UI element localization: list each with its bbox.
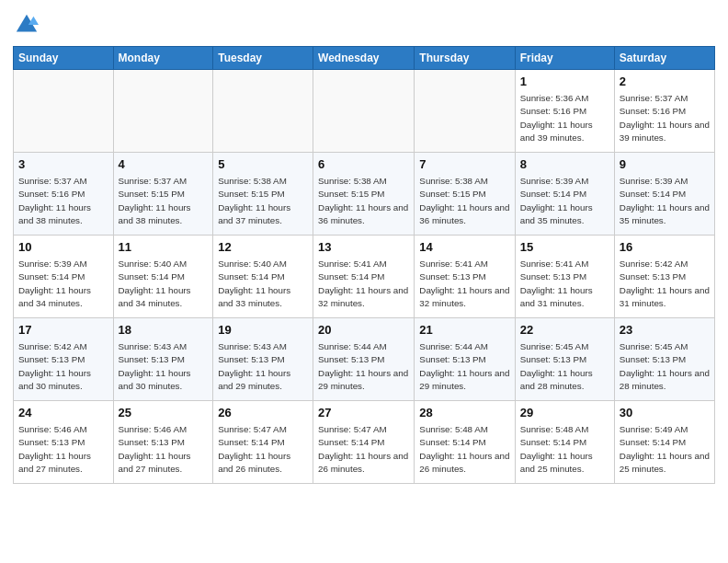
calendar-week-row: 3Sunrise: 5:37 AM Sunset: 5:16 PM Daylig… [14, 153, 715, 236]
calendar-cell: 11Sunrise: 5:40 AM Sunset: 5:14 PM Dayli… [113, 236, 213, 318]
calendar-cell: 2Sunrise: 5:37 AM Sunset: 5:16 PM Daylig… [614, 70, 714, 153]
day-info: Sunrise: 5:38 AM Sunset: 5:15 PM Dayligh… [318, 175, 409, 227]
logo [13, 13, 39, 40]
calendar-cell: 25Sunrise: 5:46 AM Sunset: 5:13 PM Dayli… [113, 401, 213, 484]
calendar-cell: 16Sunrise: 5:42 AM Sunset: 5:13 PM Dayli… [614, 236, 714, 318]
weekday-header-thursday: Thursday [415, 47, 515, 70]
day-number: 1 [520, 74, 609, 90]
calendar-cell: 14Sunrise: 5:41 AM Sunset: 5:13 PM Dayli… [415, 236, 515, 318]
calendar-cell: 4Sunrise: 5:37 AM Sunset: 5:15 PM Daylig… [113, 153, 213, 236]
day-info: Sunrise: 5:37 AM Sunset: 5:15 PM Dayligh… [119, 175, 209, 227]
calendar-cell: 24Sunrise: 5:46 AM Sunset: 5:13 PM Dayli… [14, 401, 114, 484]
calendar-cell: 7Sunrise: 5:38 AM Sunset: 5:15 PM Daylig… [415, 153, 515, 236]
day-number: 14 [419, 239, 509, 256]
day-number: 15 [520, 239, 609, 256]
day-number: 29 [520, 405, 609, 421]
calendar-cell: 28Sunrise: 5:48 AM Sunset: 5:14 PM Dayli… [415, 401, 515, 484]
day-info: Sunrise: 5:48 AM Sunset: 5:14 PM Dayligh… [419, 423, 509, 476]
weekday-header-sunday: Sunday [14, 47, 114, 70]
calendar-cell: 6Sunrise: 5:38 AM Sunset: 5:15 PM Daylig… [313, 153, 415, 236]
calendar-cell [415, 70, 515, 153]
day-info: Sunrise: 5:39 AM Sunset: 5:14 PM Dayligh… [18, 258, 108, 310]
day-number: 25 [119, 405, 209, 421]
day-number: 2 [620, 74, 710, 90]
day-info: Sunrise: 5:47 AM Sunset: 5:14 PM Dayligh… [318, 423, 409, 476]
weekday-header-tuesday: Tuesday [213, 47, 313, 70]
day-number: 24 [18, 405, 108, 421]
weekday-header-monday: Monday [113, 47, 213, 70]
day-number: 19 [218, 322, 308, 339]
calendar-cell [14, 70, 114, 153]
calendar-cell: 26Sunrise: 5:47 AM Sunset: 5:14 PM Dayli… [213, 401, 313, 484]
day-number: 30 [620, 405, 710, 421]
day-info: Sunrise: 5:46 AM Sunset: 5:13 PM Dayligh… [119, 423, 209, 476]
day-info: Sunrise: 5:37 AM Sunset: 5:16 PM Dayligh… [620, 92, 710, 144]
day-number: 28 [419, 405, 509, 421]
day-number: 21 [419, 322, 509, 339]
day-number: 10 [18, 239, 108, 256]
calendar-cell: 30Sunrise: 5:49 AM Sunset: 5:14 PM Dayli… [614, 401, 714, 484]
logo-icon [15, 13, 39, 37]
day-number: 23 [620, 322, 710, 339]
day-number: 27 [318, 405, 409, 421]
day-info: Sunrise: 5:45 AM Sunset: 5:13 PM Dayligh… [520, 340, 609, 393]
calendar-cell: 12Sunrise: 5:40 AM Sunset: 5:14 PM Dayli… [213, 236, 313, 318]
day-number: 26 [218, 405, 308, 421]
calendar-cell: 15Sunrise: 5:41 AM Sunset: 5:13 PM Dayli… [515, 236, 614, 318]
calendar-cell: 21Sunrise: 5:44 AM Sunset: 5:13 PM Dayli… [415, 318, 515, 401]
calendar-cell: 20Sunrise: 5:44 AM Sunset: 5:13 PM Dayli… [313, 318, 415, 401]
day-info: Sunrise: 5:41 AM Sunset: 5:13 PM Dayligh… [419, 258, 509, 310]
day-info: Sunrise: 5:46 AM Sunset: 5:13 PM Dayligh… [18, 423, 108, 476]
day-info: Sunrise: 5:39 AM Sunset: 5:14 PM Dayligh… [520, 175, 609, 227]
day-number: 20 [318, 322, 409, 339]
calendar-header-row: SundayMondayTuesdayWednesdayThursdayFrid… [14, 47, 715, 70]
day-number: 5 [218, 156, 308, 173]
calendar-cell: 8Sunrise: 5:39 AM Sunset: 5:14 PM Daylig… [515, 153, 614, 236]
calendar-cell: 19Sunrise: 5:43 AM Sunset: 5:13 PM Dayli… [213, 318, 313, 401]
calendar-week-row: 1Sunrise: 5:36 AM Sunset: 5:16 PM Daylig… [14, 70, 715, 153]
calendar-cell [113, 70, 213, 153]
day-info: Sunrise: 5:38 AM Sunset: 5:15 PM Dayligh… [218, 175, 308, 227]
day-number: 16 [620, 239, 710, 256]
calendar-cell: 1Sunrise: 5:36 AM Sunset: 5:16 PM Daylig… [515, 70, 614, 153]
day-info: Sunrise: 5:39 AM Sunset: 5:14 PM Dayligh… [620, 175, 710, 227]
page: SundayMondayTuesdayWednesdayThursdayFrid… [0, 0, 728, 493]
day-number: 18 [119, 322, 209, 339]
day-number: 4 [119, 156, 209, 173]
day-info: Sunrise: 5:49 AM Sunset: 5:14 PM Dayligh… [620, 423, 710, 476]
logo-text [13, 13, 39, 40]
calendar-cell: 27Sunrise: 5:47 AM Sunset: 5:14 PM Dayli… [313, 401, 415, 484]
day-number: 3 [18, 156, 108, 173]
calendar-cell: 23Sunrise: 5:45 AM Sunset: 5:13 PM Dayli… [614, 318, 714, 401]
day-number: 13 [318, 239, 409, 256]
day-info: Sunrise: 5:43 AM Sunset: 5:13 PM Dayligh… [119, 340, 209, 393]
day-info: Sunrise: 5:48 AM Sunset: 5:14 PM Dayligh… [520, 423, 609, 476]
calendar-week-row: 24Sunrise: 5:46 AM Sunset: 5:13 PM Dayli… [14, 401, 715, 484]
day-info: Sunrise: 5:42 AM Sunset: 5:13 PM Dayligh… [18, 340, 108, 393]
calendar-cell: 29Sunrise: 5:48 AM Sunset: 5:14 PM Dayli… [515, 401, 614, 484]
calendar-cell: 9Sunrise: 5:39 AM Sunset: 5:14 PM Daylig… [614, 153, 714, 236]
weekday-header-friday: Friday [515, 47, 614, 70]
day-info: Sunrise: 5:40 AM Sunset: 5:14 PM Dayligh… [218, 258, 308, 310]
day-number: 8 [520, 156, 609, 173]
day-number: 12 [218, 239, 308, 256]
calendar-table: SundayMondayTuesdayWednesdayThursdayFrid… [13, 46, 715, 484]
weekday-header-wednesday: Wednesday [313, 47, 415, 70]
day-info: Sunrise: 5:41 AM Sunset: 5:14 PM Dayligh… [318, 258, 409, 310]
calendar-cell: 18Sunrise: 5:43 AM Sunset: 5:13 PM Dayli… [113, 318, 213, 401]
day-number: 11 [119, 239, 209, 256]
day-info: Sunrise: 5:44 AM Sunset: 5:13 PM Dayligh… [419, 340, 509, 393]
day-info: Sunrise: 5:37 AM Sunset: 5:16 PM Dayligh… [18, 175, 108, 227]
day-info: Sunrise: 5:42 AM Sunset: 5:13 PM Dayligh… [620, 258, 710, 310]
calendar-cell: 10Sunrise: 5:39 AM Sunset: 5:14 PM Dayli… [14, 236, 114, 318]
calendar-cell: 5Sunrise: 5:38 AM Sunset: 5:15 PM Daylig… [213, 153, 313, 236]
day-info: Sunrise: 5:38 AM Sunset: 5:15 PM Dayligh… [419, 175, 509, 227]
day-number: 6 [318, 156, 409, 173]
calendar-cell: 17Sunrise: 5:42 AM Sunset: 5:13 PM Dayli… [14, 318, 114, 401]
calendar-cell: 3Sunrise: 5:37 AM Sunset: 5:16 PM Daylig… [14, 153, 114, 236]
calendar-cell [313, 70, 415, 153]
day-info: Sunrise: 5:36 AM Sunset: 5:16 PM Dayligh… [520, 92, 609, 144]
day-info: Sunrise: 5:47 AM Sunset: 5:14 PM Dayligh… [218, 423, 308, 476]
calendar-week-row: 17Sunrise: 5:42 AM Sunset: 5:13 PM Dayli… [14, 318, 715, 401]
calendar-cell: 13Sunrise: 5:41 AM Sunset: 5:14 PM Dayli… [313, 236, 415, 318]
